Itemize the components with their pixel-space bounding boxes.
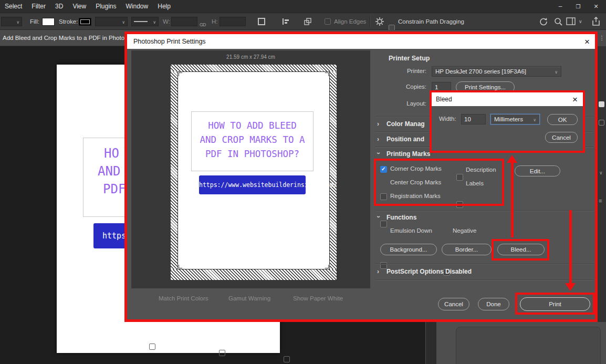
shape-height-input[interactable]	[220, 17, 246, 26]
panel-edge-strip: ∨ ≡	[598, 46, 606, 364]
description-checkbox[interactable]	[456, 174, 463, 181]
workspace-switcher-icon[interactable]	[566, 17, 576, 25]
registration-marks-checkbox[interactable]	[380, 221, 387, 227]
menu-3d[interactable]: 3D	[50, 0, 68, 13]
chevron-down-icon[interactable]	[375, 216, 382, 221]
path-alignment-icon[interactable]	[281, 17, 290, 26]
bleed-units-dropdown[interactable]: Millimeters	[490, 114, 540, 124]
rotate-view-icon[interactable]	[539, 17, 548, 26]
cancel-button[interactable]: Cancel	[438, 298, 469, 310]
share-icon[interactable]	[591, 16, 601, 26]
link-dimensions-icon[interactable]	[200, 19, 206, 28]
match-print-colors-label: Match Print Colors	[159, 295, 208, 301]
preview-sheet: HOW TO ADD BLEED AND CROP MARKS TO A PDF…	[171, 65, 337, 280]
path-arrangement-icon[interactable]	[304, 17, 312, 26]
section-functions[interactable]: Functions	[386, 214, 416, 221]
scrollbar-strip[interactable]	[425, 322, 437, 364]
chevron-right-icon[interactable]	[377, 268, 382, 275]
shape-width-input[interactable]	[171, 17, 197, 26]
chevron-down-icon	[555, 68, 558, 75]
chevron-down-icon[interactable]: ∨	[579, 19, 582, 24]
align-edges-label: Align Edges	[334, 18, 366, 25]
section-printing-marks[interactable]: Printing Marks	[386, 150, 430, 158]
print-button[interactable]: Print	[520, 297, 590, 311]
restore-icon[interactable]	[572, 3, 584, 10]
print-preview-area: 21.59 cm x 27.94 cm HOW TO ADD BLEED AND…	[131, 50, 370, 288]
done-button[interactable]: Done	[478, 298, 509, 310]
divider	[375, 264, 593, 264]
description-label: Description	[466, 167, 496, 173]
bleed-dialog: Bleed Width: 10 Millimeters OK Cancel	[430, 90, 585, 153]
crop-mark-icon	[179, 265, 182, 268]
menu-help[interactable]: Help	[153, 0, 175, 13]
stroke-swatch[interactable]	[79, 18, 91, 26]
tab-overflow-icon[interactable]: ⋮	[598, 30, 606, 46]
print-dialog-titlebar: Photoshop Print Settings	[127, 34, 595, 49]
tool-preset-dropdown[interactable]	[1, 17, 22, 26]
paper-dimensions: 21.59 cm x 27.94 cm	[131, 54, 370, 60]
panel-icon[interactable]	[599, 101, 604, 107]
chevron-down-icon	[533, 116, 536, 122]
path-operations-icon[interactable]	[258, 18, 265, 25]
print-settings-dialog: Photoshop Print Settings 21.59 cm x 27.9…	[124, 32, 598, 322]
chevron-down-icon[interactable]	[375, 152, 382, 158]
show-paper-white-label: Show Paper White	[293, 295, 343, 301]
ok-button[interactable]: OK	[547, 114, 578, 125]
menu-plugins[interactable]: Plugins	[91, 0, 121, 13]
bleed-units-value: Millimeters	[494, 116, 523, 122]
labels-checkbox[interactable]	[456, 201, 463, 208]
chevron-right-icon[interactable]	[377, 136, 382, 143]
annotation-arrow-up-head	[507, 155, 517, 163]
search-icon[interactable]	[553, 17, 563, 26]
menu-view[interactable]: View	[68, 0, 91, 13]
menu-select[interactable]: Select	[0, 0, 27, 13]
close-window-icon[interactable]	[590, 3, 602, 10]
preview-heading-line: HOW TO ADD BLEED	[192, 119, 313, 133]
bleed-dialog-titlebar: Bleed	[432, 92, 583, 106]
bleed-cancel-button[interactable]: Cancel	[545, 132, 578, 143]
chevron-down-icon	[122, 19, 125, 25]
edit-button[interactable]: Edit...	[515, 165, 560, 176]
section-position-size[interactable]: Position and	[386, 136, 424, 143]
center-crop-marks-checkbox[interactable]	[380, 193, 387, 200]
align-edges-checkbox[interactable]	[325, 18, 331, 25]
menu-filter[interactable]: Filter	[27, 0, 50, 13]
printer-dropdown[interactable]: HP DeskJet 2700 series [19F3A6]	[432, 66, 561, 77]
minimize-icon[interactable]	[555, 3, 566, 10]
gamut-warning-checkbox[interactable]	[219, 350, 225, 356]
match-print-colors-checkbox[interactable]	[149, 344, 155, 350]
close-bleed-dialog-icon[interactable]	[568, 95, 578, 104]
fill-swatch[interactable]	[42, 18, 55, 26]
menu-window[interactable]: Window	[121, 0, 153, 13]
printer-label: Printer:	[379, 68, 426, 74]
panel-icon[interactable]	[599, 120, 604, 126]
bleed-hatch-right	[330, 71, 337, 269]
close-dialog-icon[interactable]	[578, 37, 590, 46]
bleed-width-input[interactable]: 10	[461, 114, 486, 124]
background-button[interactable]: Background...	[380, 244, 437, 255]
line-style-icon	[134, 21, 148, 22]
document-heading-line: PDF	[103, 182, 126, 196]
stroke-type-dropdown[interactable]	[131, 17, 159, 26]
photoshop-window: Select Filter 3D View Plugins Window Hel…	[0, 0, 606, 364]
registration-marks-label: Registration Marks	[390, 193, 441, 199]
chevron-down-icon[interactable]: ∨	[599, 170, 603, 175]
settings-gear-icon[interactable]	[375, 17, 384, 26]
fill-label: Fill:	[30, 18, 39, 25]
print-dialog-body: 21.59 cm x 27.94 cm HOW TO ADD BLEED AND…	[127, 49, 595, 319]
menu-bar: Select Filter 3D View Plugins Window Hel…	[0, 0, 606, 13]
section-postscript[interactable]: PostScript Options Disabled	[386, 268, 472, 275]
copies-label: Copies:	[379, 84, 426, 90]
chevron-right-icon[interactable]	[377, 120, 382, 128]
list-icon[interactable]: ≡	[599, 197, 602, 204]
preview-heading-line: PDF IN PHOTOSHOP?	[192, 147, 313, 161]
section-color-management[interactable]: Color Manag	[386, 120, 425, 128]
center-crop-marks-label: Center Crop Marks	[390, 179, 441, 185]
border-button[interactable]: Border...	[442, 244, 492, 255]
show-paper-white-checkbox[interactable]	[284, 356, 290, 362]
document-heading-line: AND	[98, 164, 120, 179]
bleed-button[interactable]: Bleed...	[497, 244, 545, 255]
stroke-width-dropdown[interactable]	[95, 17, 128, 26]
negative-label: Negative	[453, 227, 476, 234]
corner-crop-marks-checkbox[interactable]	[380, 166, 387, 173]
